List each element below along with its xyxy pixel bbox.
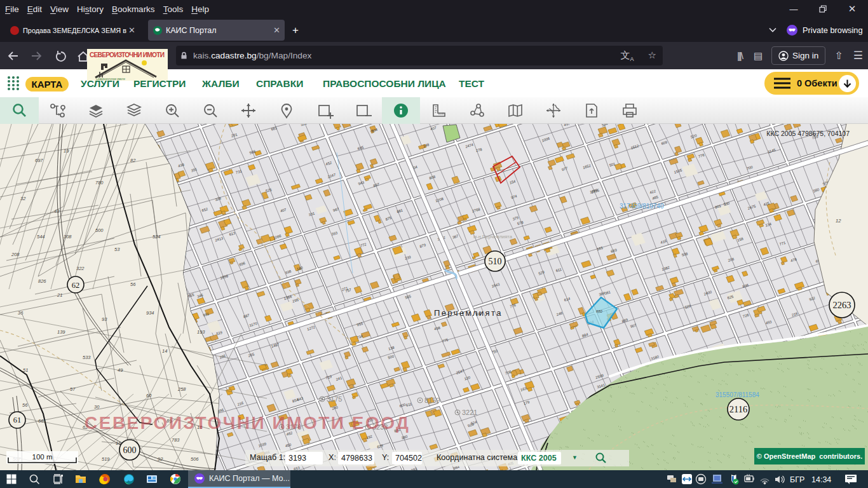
svg-text:57: 57	[70, 386, 76, 392]
svg-text:3175: 3175	[327, 395, 342, 403]
svg-text:544: 544	[37, 234, 45, 240]
svg-text:510: 510	[489, 257, 502, 266]
svg-text:60: 60	[146, 393, 152, 398]
svg-text:317459/819740: 317459/819740	[620, 203, 664, 210]
svg-text:БГР: БГР	[790, 475, 804, 484]
svg-text:36: 36	[18, 310, 24, 316]
svg-text:51: 51	[23, 367, 28, 373]
svg-text:697: 697	[35, 158, 43, 163]
svg-text:506: 506	[191, 456, 199, 462]
svg-text:19: 19	[64, 148, 69, 154]
svg-text:680: 680	[596, 309, 602, 313]
svg-text:Североизточни имоти: Североизточни имоти	[96, 78, 125, 81]
svg-text:258: 258	[177, 386, 186, 392]
svg-text:32: 32	[20, 196, 26, 201]
svg-text:Перчемлията: Перчемлията	[434, 308, 503, 318]
svg-text:600: 600	[123, 445, 137, 455]
svg-text:61: 61	[13, 416, 22, 424]
svg-text:322: 322	[76, 266, 85, 271]
svg-text:м-н Перчемлията: м-н Перчемлията	[473, 234, 513, 240]
svg-text:82: 82	[130, 158, 136, 163]
svg-text:56: 56	[130, 281, 136, 287]
svg-text:43: 43	[54, 208, 60, 214]
svg-text:208: 208	[11, 252, 20, 257]
svg-text:62: 62	[72, 281, 80, 290]
svg-text:49: 49	[118, 367, 123, 373]
svg-text:934: 934	[146, 310, 154, 316]
svg-text:661: 661	[38, 418, 46, 424]
svg-text:533: 533	[83, 355, 91, 360]
svg-text:826: 826	[38, 278, 46, 284]
svg-text:193: 193	[197, 329, 205, 335]
svg-text:21: 21	[57, 292, 62, 298]
svg-text:14: 14	[162, 348, 167, 354]
svg-text:519: 519	[102, 456, 110, 462]
svg-text:56: 56	[22, 402, 28, 408]
svg-text:780: 780	[95, 180, 104, 186]
svg-text:500: 500	[95, 227, 104, 233]
svg-text:315507/811584: 315507/811584	[715, 391, 759, 398]
svg-text:8159: 8159	[424, 396, 440, 404]
svg-text:53: 53	[114, 247, 120, 252]
svg-text:12: 12	[836, 218, 841, 224]
svg-text:14:34: 14:34	[811, 475, 831, 484]
svg-text:30: 30	[94, 404, 100, 410]
svg-text:783: 783	[172, 437, 180, 443]
svg-text:524: 524	[153, 234, 161, 240]
svg-text:139: 139	[57, 329, 65, 335]
svg-text:92: 92	[158, 456, 163, 462]
svg-text:ККС 2005 4798675, 704107: ККС 2005 4798675, 704107	[766, 130, 850, 137]
svg-text:СЕВЕРОИЗТОЧНИ ИМОТИ: СЕВЕРОИЗТОЧНИ ИМОТИ	[90, 51, 165, 58]
svg-text:2116: 2116	[729, 404, 747, 414]
svg-text:СЕВЕРОИЗТОЧНИ ИМОТИ ЕООД: СЕВЕРОИЗТОЧНИ ИМОТИ ЕООД	[85, 413, 410, 433]
svg-text:3221: 3221	[462, 409, 477, 416]
svg-text:308: 308	[64, 234, 72, 240]
svg-text:2263: 2263	[833, 300, 851, 310]
svg-text:93: 93	[102, 316, 107, 322]
